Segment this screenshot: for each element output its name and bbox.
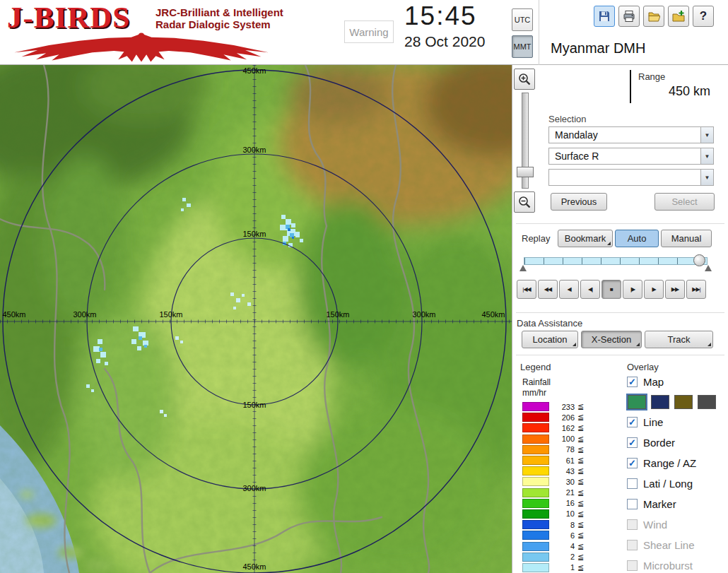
open-folder-button[interactable] [643,6,664,27]
help-icon: ? [700,9,707,23]
select-button[interactable]: Select [654,193,715,211]
checkbox-map[interactable]: ✓ [627,377,638,387]
selection-dropdown-0[interactable]: Mandalay▼ [548,126,714,143]
skip-to-start-button[interactable]: |◀◀ [517,280,536,299]
legend-row: 206≦ [522,412,584,423]
legend-value: 30 [553,478,575,486]
legend-value: 2 [553,553,575,561]
zoom-slider-thumb[interactable] [517,167,534,177]
import-image-button[interactable] [668,6,689,27]
replay-manual-button[interactable]: Manual [661,230,712,247]
legend-color-swatch [522,423,549,432]
checkbox-lati-long[interactable] [627,478,638,489]
timeline-thumb[interactable] [693,254,705,266]
overlay-item-label: Shear Line [643,539,695,551]
zoom-slider-track[interactable] [522,93,529,189]
ring-label-horizontal: 300km [412,310,435,319]
legend-suffix: ≦ [577,520,584,529]
legend-color-swatch [522,509,549,519]
step-back-button[interactable]: ◀| [580,280,600,299]
legend-row: 21≦ [522,488,584,498]
timeline-track[interactable] [524,257,708,265]
legend-color-swatch [522,531,549,540]
ring-label-vertical: 150km [242,230,266,238]
legend-value: 6 [553,531,575,540]
checkbox-border[interactable]: ✓ [627,437,638,448]
help-button[interactable]: ? [693,6,714,27]
app-logo-subtitle-line2: Radar Dialogic System [155,18,283,30]
ring-label-horizontal: 150km [326,310,349,319]
map-style-navy[interactable] [651,395,669,409]
separator [516,312,724,313]
location-button[interactable]: Location [522,331,578,348]
toolbar: ? [594,6,714,27]
zoom-out-button[interactable] [514,191,535,213]
legend-row: 78≦ [522,444,584,455]
radar-map[interactable]: 450km300km150km150km300km450km450km300km… [0,65,512,573]
skip-to-end-button[interactable]: ▶▶| [686,280,706,299]
timeline-end-marker [705,265,712,271]
fast-rewind-button[interactable]: ◀◀ [538,280,558,299]
checkbox-microburst [627,560,638,571]
legend-suffix: ≦ [577,542,584,551]
legend-color-swatch [522,445,549,454]
checkbox-line[interactable]: ✓ [627,417,638,427]
range-label: Range [638,71,665,82]
previous-button[interactable]: Previous [551,193,607,211]
stop-button[interactable]: ■ [601,280,621,299]
selection-dropdown-2[interactable]: ▼ [548,169,714,186]
checkbox-marker[interactable] [627,499,638,509]
timeline-start-marker [519,265,527,271]
radar-map-canvas[interactable]: 450km300km150km150km300km450km450km300km… [0,65,512,573]
legend-row: 162≦ [522,423,584,433]
legend-color-swatch [522,520,549,529]
x-section-button[interactable]: X-Section [581,331,642,348]
map-style-dark-gray[interactable] [698,395,716,409]
replay-bookmark-button[interactable]: Bookmark [558,230,613,247]
overlay-item-range-az: ✓Range / AZ [627,453,727,473]
map-style-olive[interactable] [674,395,693,409]
zoom-control [514,69,538,213]
dropdown-arrow-button[interactable]: ▼ [700,170,713,185]
ring-label-horizontal: 150km [159,310,182,319]
data-assistance-label: Data Assistance [517,318,582,329]
map-style-terrain-green[interactable] [628,395,646,409]
overlay-item-label: Marker [643,498,676,510]
legend-value: 78 [553,445,575,454]
replay-auto-button[interactable]: Auto [615,230,659,247]
zoom-in-button[interactable] [514,69,535,90]
overlay-item-label: Range / AZ [643,457,696,469]
legend-suffix: ≦ [577,435,584,444]
timezone-toggle: UTCMMT [512,8,533,62]
legend-suffix: ≦ [577,531,584,540]
dropdown-corner-icon [607,242,611,245]
fast-forward-button[interactable]: ▶▶ [665,280,685,299]
print-button[interactable] [618,6,640,27]
reverse-play-button[interactable]: ◀ [559,280,579,299]
legend-color-swatch [522,402,549,411]
separator [516,223,724,224]
legend-product: Rainfall [522,377,551,387]
dropdown-arrow-button[interactable]: ▼ [700,148,713,164]
eagle-logo-icon [4,32,278,63]
track-button[interactable]: Track [645,331,713,348]
save-button[interactable] [594,6,615,27]
main-area: 450km300km150km150km300km450km450km300km… [0,65,728,573]
legend-color-swatch [522,553,549,562]
checkbox-wind [627,519,638,530]
play-button[interactable]: ▶ [644,280,664,299]
overlay-item-microburst: Microburst [627,555,727,573]
timezone-button-utc[interactable]: UTC [512,8,533,31]
app-logo-subtitle-line1: JRC-Brilliant & Intelligent [155,6,283,18]
print-icon [623,10,635,23]
dropdown-arrow-button[interactable]: ▼ [700,127,713,143]
legend-color-swatch [522,435,549,444]
overlay-item-label: Microburst [643,560,693,572]
selection-dropdown-1[interactable]: Surface R▼ [548,148,714,165]
step-forward-button[interactable]: |▶ [623,280,642,299]
checkbox-range-az[interactable]: ✓ [627,458,638,468]
button-label: Track [667,334,690,345]
legend-suffix: ≦ [577,509,584,519]
warning-status-label: Warning [349,26,388,38]
timezone-button-mmt[interactable]: MMT [512,35,533,58]
